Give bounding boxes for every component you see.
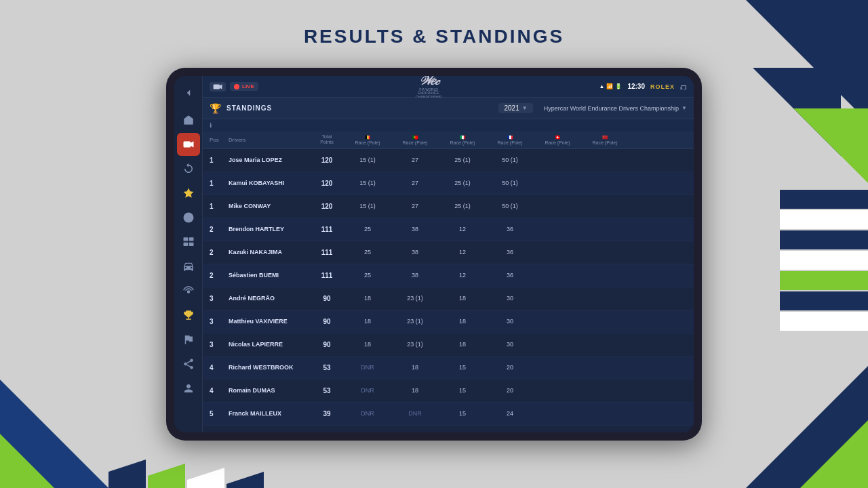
- sidebar-item-video[interactable]: [177, 133, 200, 156]
- cell-race2: 27: [391, 157, 439, 163]
- table-row[interactable]: 5 Franck MAILLEUX 39 DNR DNR 15 24: [203, 403, 694, 426]
- svg-point-11: [190, 366, 193, 369]
- cell-race4: 30: [486, 318, 534, 325]
- cell-race3: 18: [439, 295, 486, 302]
- cell-race2: 27: [391, 180, 439, 186]
- sidebar-item-multiscreen[interactable]: [177, 230, 200, 253]
- cell-driver: André NEGRÃO: [229, 295, 310, 302]
- cell-race2: 18: [391, 364, 439, 371]
- cell-race1: 25: [344, 249, 391, 256]
- cell-pos: 1: [210, 203, 229, 210]
- cell-race2: 23 (1): [391, 318, 439, 325]
- sidebar-item-car[interactable]: [177, 255, 200, 278]
- trophy-nav-icon: 🏆: [210, 103, 221, 114]
- sidebar-item-share[interactable]: [177, 352, 200, 375]
- cell-race3: 15: [439, 410, 486, 417]
- cell-race1: 25: [344, 226, 391, 232]
- cell-race4: 30: [486, 295, 534, 302]
- cell-race2: 38: [391, 226, 439, 232]
- cell-driver: Matthieu VAXIVIERE: [229, 318, 310, 325]
- table-row[interactable]: 1 Mike CONWAY 120 15 (1) 27 25 (1) 50 (1…: [203, 195, 694, 218]
- championship-selector[interactable]: Hypercar World Endurance Drivers Champio…: [544, 105, 687, 112]
- race5-label: Race (Pole): [545, 140, 570, 145]
- cell-points: 53: [310, 387, 344, 394]
- flag5: 🇨🇭: [555, 135, 561, 140]
- cell-pos: 2: [210, 249, 229, 256]
- main-content: LIVE 𝒲𝑒𝒸 FIA WORLDENDURANCECHAMPIONSHIP …: [203, 76, 694, 432]
- cell-race1: 15 (1): [344, 157, 391, 163]
- cell-race1: 18: [344, 318, 391, 325]
- race1-label: Race (Pole): [355, 140, 380, 145]
- table-row[interactable]: 3 André NEGRÃO 90 18 23 (1) 18 30: [203, 287, 694, 310]
- table-row[interactable]: 1 Jose Maria LOPEZ 120 15 (1) 27 25 (1) …: [203, 149, 694, 172]
- cell-points: 111: [310, 226, 344, 233]
- table-row[interactable]: 1 Kamui KOBAYASHI 120 15 (1) 27 25 (1) 5…: [203, 172, 694, 195]
- race3-label: Race (Pole): [450, 140, 475, 145]
- cell-pos: 3: [210, 341, 229, 348]
- header-race1: 🇧🇪 Race (Pole): [344, 135, 391, 145]
- cell-race4: 20: [486, 364, 534, 371]
- tablet-device: LIVE 𝒲𝑒𝒸 FIA WORLDENDURANCECHAMPIONSHIP …: [166, 68, 702, 441]
- live-dot: [234, 84, 239, 89]
- flag1: 🇧🇪: [365, 135, 371, 140]
- flag4: 🇫🇷: [507, 135, 513, 140]
- svg-marker-1: [191, 142, 194, 148]
- cell-pos: 4: [210, 364, 229, 371]
- sidebar-item-home[interactable]: [177, 108, 200, 131]
- time-display: 12:30: [627, 83, 645, 90]
- sidebar-item-replay[interactable]: [177, 157, 200, 180]
- standings-nav-label: STANDINGS: [226, 104, 272, 112]
- year-dropdown-icon: ▼: [522, 105, 528, 111]
- cell-driver: Romain DUMAS: [229, 387, 310, 394]
- table-row[interactable]: 4 Richard WESTBROOK 53 DNR 18 15 20: [203, 357, 694, 380]
- sidebar-item-back[interactable]: [177, 81, 200, 104]
- sidebar-item-standings[interactable]: [177, 304, 200, 327]
- cell-points: 90: [310, 341, 344, 348]
- rolex-badge: ROLEX: [650, 83, 675, 90]
- svg-rect-6: [189, 237, 193, 241]
- top-bar-left: LIVE: [210, 82, 258, 92]
- svg-marker-2: [183, 188, 193, 198]
- cell-race2: 38: [391, 249, 439, 256]
- svg-rect-14: [214, 84, 220, 89]
- sidebar: [174, 76, 203, 432]
- table-row[interactable]: 4 Romain DUMAS 53 DNR 18 15 20: [203, 380, 694, 403]
- flag2: 🇵🇹: [412, 135, 418, 140]
- cell-points: 90: [310, 318, 344, 325]
- cell-race3: 12: [439, 249, 486, 256]
- year-selector[interactable]: 2021 ▼: [498, 103, 532, 113]
- cell-driver: Kamui KOBAYASHI: [229, 180, 310, 187]
- table-row[interactable]: 2 Sébastien BUEMI 111 25 38 12 36: [203, 264, 694, 287]
- wec-logo-container: 𝒲𝑒𝒸 FIA WORLDENDURANCECHAMPIONSHIP: [416, 76, 442, 99]
- svg-marker-15: [220, 84, 222, 89]
- svg-point-10: [184, 363, 187, 366]
- cell-driver: Sébastien BUEMI: [229, 272, 310, 279]
- cell-race1: DNR: [344, 364, 391, 371]
- tri-right-green: [793, 108, 868, 183]
- cell-race3: 18: [439, 341, 486, 348]
- race4-label: Race (Pole): [498, 140, 523, 145]
- svg-rect-8: [189, 243, 193, 246]
- cell-race3: 25 (1): [439, 203, 486, 209]
- table-row[interactable]: 3 Matthieu VAXIVIERE 90 18 23 (1) 18 30: [203, 310, 694, 333]
- header-driver: Drivers: [229, 137, 310, 143]
- table-row[interactable]: 2 Kazuki NAKAJIMA 111 25 38 12 36: [203, 241, 694, 264]
- cell-race3: 12: [439, 272, 486, 279]
- sidebar-item-profile[interactable]: [177, 377, 200, 400]
- tri-bottom-left-green: [0, 434, 54, 488]
- cell-race1: DNR: [344, 410, 391, 417]
- table-row[interactable]: 6 Ryan BRISCOE 38 DNR 18 DNR 20: [203, 426, 694, 432]
- cell-driver: Nicolas LAPIERRE: [229, 341, 310, 348]
- table-row[interactable]: 3 Nicolas LAPIERRE 90 18 23 (1) 18 30: [203, 333, 694, 357]
- sidebar-item-play[interactable]: [177, 206, 200, 229]
- sidebar-item-favorites[interactable]: [177, 182, 200, 205]
- header-pos: Pos: [210, 137, 229, 143]
- sidebar-item-radio[interactable]: [177, 279, 200, 302]
- cell-race4: 36: [486, 272, 534, 279]
- flag6: 🇲🇦: [602, 135, 608, 140]
- table-row[interactable]: 2 Brendon HARTLEY 111 25 38 12 36: [203, 218, 694, 241]
- cell-race3: 15: [439, 387, 486, 394]
- cell-race3: 25 (1): [439, 157, 486, 163]
- cell-race1: 25: [344, 272, 391, 279]
- sidebar-item-flags[interactable]: [177, 328, 200, 351]
